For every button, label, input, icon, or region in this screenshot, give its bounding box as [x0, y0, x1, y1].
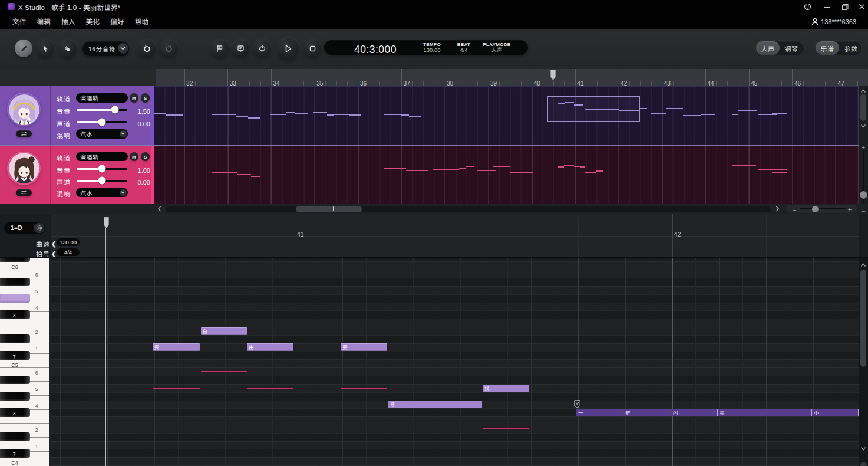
hzoom-plus[interactable]: +: [846, 205, 854, 213]
song-tempo-value[interactable]: 130.00: [57, 238, 80, 247]
slider-knob[interactable]: [98, 118, 106, 126]
track-2-name-input[interactable]: 演唱轨: [76, 152, 128, 162]
track-1-mute-button[interactable]: M: [130, 93, 139, 103]
pencil-tool-button[interactable]: [15, 40, 32, 57]
note-寻[interactable]: 寻: [388, 401, 482, 408]
black-key-C#6[interactable]: [0, 258, 30, 262]
black-key-Eb4[interactable]: [0, 432, 30, 441]
track-1-switch-singer-button[interactable]: [16, 130, 32, 137]
piano-scroll-up[interactable]: [859, 262, 868, 268]
note-要[interactable]: 要: [341, 343, 387, 351]
black-key-Bb5[interactable]: [0, 278, 30, 287]
piano-zoom-knob-partial[interactable]: [860, 462, 867, 466]
marker-flag-button[interactable]: [211, 40, 229, 57]
track-1-solo-button[interactable]: S: [141, 93, 150, 103]
key-signature-pill[interactable]: 1=D: [4, 222, 45, 234]
black-key-F#5[interactable]: 3: [0, 310, 30, 319]
black-key-G#5[interactable]: [0, 294, 30, 303]
maximize-button[interactable]: [839, 2, 852, 12]
toggle-voice[interactable]: 人声: [756, 41, 780, 55]
black-key-C#4[interactable]: 7: [0, 449, 30, 458]
piano-vscroll-thumb[interactable]: [860, 270, 866, 367]
note-一[interactable]: 一: [576, 409, 623, 416]
play-button[interactable]: [277, 38, 299, 60]
black-key-F#4[interactable]: 3: [0, 408, 30, 417]
menu-item-5[interactable]: 偏好: [110, 16, 124, 27]
time-signature-value[interactable]: 4/4: [57, 248, 80, 257]
toggle-piano[interactable]: 钢琴: [780, 41, 803, 55]
track-2-mute-button[interactable]: M: [130, 152, 139, 162]
menu-item-2[interactable]: 编辑: [37, 16, 51, 27]
note-自[interactable]: 自: [201, 327, 247, 335]
tempo-collapse-arrow[interactable]: ❮: [51, 239, 56, 248]
piano-roll-playhead-marker[interactable]: [104, 217, 109, 228]
tracks-vzoom-plus[interactable]: +: [859, 144, 868, 150]
track-2-pan-slider[interactable]: [77, 177, 127, 185]
loop-button[interactable]: [253, 40, 271, 57]
track-1-volume-slider[interactable]: [77, 106, 127, 114]
piano-scroll-down[interactable]: [859, 445, 868, 451]
close-button[interactable]: [855, 2, 868, 12]
hzoom-minus[interactable]: –: [790, 205, 798, 213]
black-key-C#5[interactable]: 7: [0, 351, 30, 360]
note-小[interactable]: 小: [811, 409, 859, 416]
arrangement-hscroll-thumb[interactable]: [296, 206, 362, 212]
playhead-line[interactable]: [553, 86, 553, 204]
tracks-scroll-up[interactable]: [859, 88, 868, 94]
track-2-avatar[interactable]: [7, 152, 41, 185]
account-badge[interactable]: 138****6363: [811, 16, 856, 27]
hzoom-rail[interactable]: [800, 208, 846, 209]
arrangement-ruler[interactable]: 32333435363738394041424344454647: [0, 69, 868, 86]
note-要[interactable]: 要: [153, 343, 200, 351]
track-1-name-input[interactable]: 演唱轨: [76, 93, 128, 103]
gear-icon[interactable]: [35, 224, 44, 232]
track-1-clip-area[interactable]: [154, 86, 859, 145]
tracks-scroll-down[interactable]: [859, 123, 868, 129]
note-由[interactable]: 由: [247, 343, 293, 351]
menu-item-4[interactable]: 美化: [86, 16, 100, 27]
tracks-vzoom-knob[interactable]: [860, 191, 867, 199]
track-1-reverb-select[interactable]: 汽水: [76, 129, 128, 139]
breath-marker[interactable]: V: [574, 400, 580, 408]
note-length-select[interactable]: 16分音符: [82, 41, 129, 56]
track-2-reverb-select[interactable]: 汽水: [76, 188, 128, 198]
select-tool-button[interactable]: [37, 40, 54, 57]
slider-knob[interactable]: [98, 177, 106, 185]
slider-knob[interactable]: [98, 165, 106, 172]
hscroll-left-arrow[interactable]: [156, 205, 164, 213]
toggle-params[interactable]: 参数: [839, 41, 863, 55]
tracks-vzoom-minus[interactable]: –: [859, 207, 868, 213]
menu-item-3[interactable]: 插入: [61, 16, 75, 27]
track-2-solo-button[interactable]: S: [141, 152, 150, 162]
note-亮[interactable]: 亮: [717, 409, 812, 416]
track-1-avatar[interactable]: [7, 93, 41, 126]
slider-knob[interactable]: [111, 106, 118, 114]
hzoom-knob[interactable]: [812, 206, 819, 212]
note-群[interactable]: 群: [623, 409, 671, 416]
piano-keyboard[interactable]: C665421C565421C43737: [0, 258, 49, 466]
black-key-Bb4[interactable]: [0, 376, 30, 385]
redo-button[interactable]: [160, 40, 177, 57]
undo-button[interactable]: [138, 40, 156, 57]
arrangement-hscroll-track[interactable]: [166, 206, 771, 212]
chevron-down-icon[interactable]: [118, 43, 128, 54]
track-1-pan-slider[interactable]: [77, 118, 127, 126]
menu-item-6[interactable]: 帮助: [135, 16, 149, 27]
track-2-volume-slider[interactable]: [77, 165, 127, 172]
lyric-button[interactable]: [232, 40, 249, 57]
piano-roll-grid[interactable]: 要自由要寻找一群闪亮小V: [51, 258, 859, 466]
track-2-switch-singer-button[interactable]: [16, 189, 32, 196]
hscroll-right-arrow[interactable]: [773, 205, 781, 213]
toggle-score[interactable]: 乐谱: [816, 41, 839, 55]
black-key-G#4[interactable]: [0, 392, 30, 401]
track-2-clip-area[interactable]: [154, 145, 859, 204]
menu-item-1[interactable]: 文件: [12, 16, 27, 27]
stop-button[interactable]: [303, 40, 321, 57]
feedback-icon[interactable]: [801, 2, 814, 12]
note-闪[interactable]: 闪: [671, 409, 718, 416]
eraser-tool-button[interactable]: [59, 40, 77, 57]
selection-box[interactable]: [547, 96, 640, 122]
piano-playhead-line[interactable]: [105, 258, 106, 466]
tracks-vscroll-thumb[interactable]: [860, 94, 866, 121]
minimize-button[interactable]: [821, 2, 834, 12]
